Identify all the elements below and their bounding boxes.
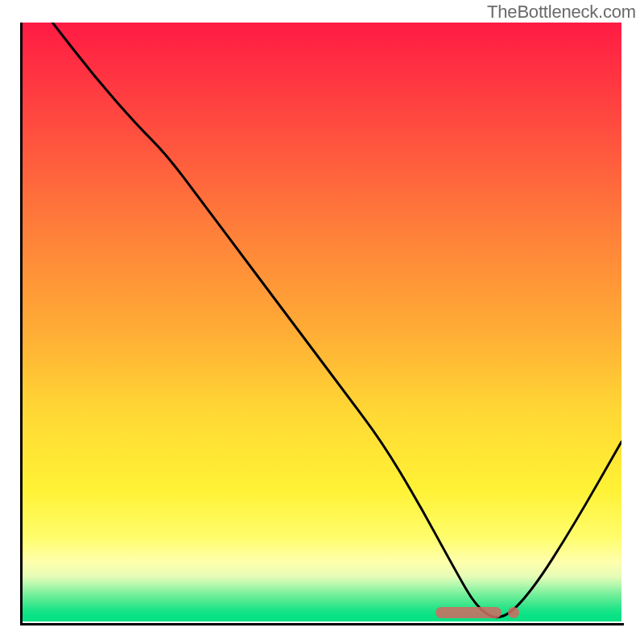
optimal-range-marker <box>436 607 502 618</box>
watermark-text: TheBottleneck.com <box>487 2 636 23</box>
x-axis <box>20 623 624 625</box>
optimal-point-marker <box>508 607 519 618</box>
line-series-bottleneck-curve <box>23 23 621 621</box>
y-axis <box>20 23 23 625</box>
